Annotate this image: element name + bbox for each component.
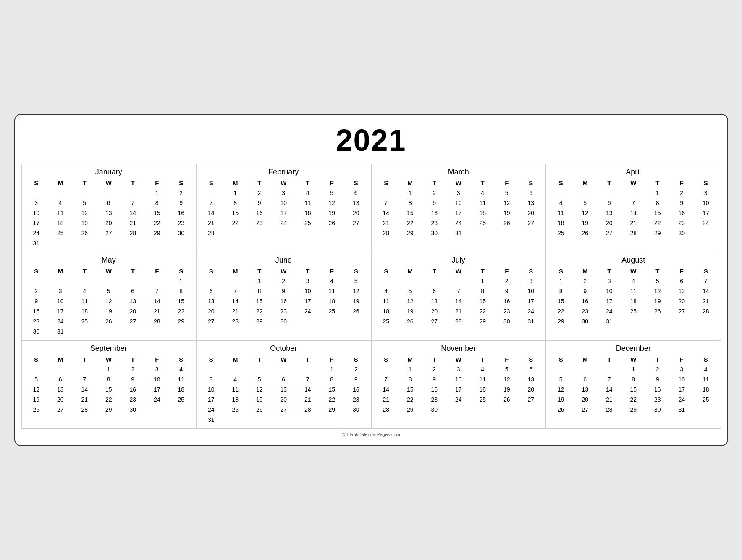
day-cell: 25 — [694, 394, 718, 405]
day-header: S — [519, 266, 543, 276]
day-cell: 13 — [597, 208, 621, 218]
table-row: 123 — [374, 276, 543, 286]
months-grid: JanuarySMTWTFS12345678910111213141516171… — [21, 164, 721, 429]
day-cell: 12 — [398, 296, 422, 306]
day-cell: 18 — [471, 208, 495, 218]
day-header: T — [296, 178, 320, 188]
day-cell — [621, 188, 646, 198]
day-cell: 12 — [573, 208, 598, 218]
month-block-may: MaySMTWTFS123456789101112131415161718192… — [21, 252, 197, 340]
day-cell — [694, 228, 718, 238]
day-cell: 2 — [344, 364, 368, 374]
day-cell: 5 — [320, 188, 344, 198]
day-cell: 3 — [48, 286, 73, 296]
day-header: W — [97, 266, 121, 276]
day-cell: 23 — [121, 394, 145, 405]
day-cell: 22 — [549, 306, 573, 316]
day-header: F — [495, 355, 519, 364]
day-cell: 4 — [223, 374, 248, 384]
day-header: T — [597, 178, 621, 188]
day-cell: 13 — [670, 286, 694, 296]
day-cell — [549, 364, 573, 374]
day-cell — [374, 188, 399, 198]
day-cell: 4 — [169, 364, 194, 374]
table-row: 2345678 — [24, 286, 194, 296]
day-cell: 5 — [573, 198, 598, 208]
day-cell: 22 — [398, 394, 422, 405]
day-header: T — [645, 355, 670, 364]
table-row: 567891011 — [24, 374, 194, 384]
month-name: February — [199, 168, 368, 176]
day-cell — [320, 415, 344, 425]
day-cell: 19 — [495, 384, 519, 394]
day-cell: 11 — [223, 384, 248, 394]
day-cell: 13 — [519, 374, 543, 384]
day-cell: 20 — [519, 208, 543, 218]
day-cell — [495, 405, 519, 415]
day-cell: 3 — [446, 364, 471, 374]
day-cell: 13 — [121, 296, 145, 306]
day-cell: 28 — [694, 306, 718, 316]
day-cell: 28 — [621, 228, 646, 238]
day-cell: 22 — [223, 218, 248, 228]
day-cell: 4 — [73, 286, 97, 296]
day-cell: 9 — [422, 198, 447, 208]
day-cell: 26 — [247, 405, 272, 415]
day-cell — [24, 364, 49, 374]
day-cell: 9 — [24, 296, 49, 306]
month-table: SMTWTFS123456789101112131415161718192021… — [24, 266, 194, 337]
month-table: SMTWTFS123456789101112131415161718192021… — [24, 355, 194, 415]
table-row: 12 — [199, 364, 368, 374]
day-cell: 19 — [73, 218, 97, 228]
day-header: F — [145, 355, 169, 364]
day-cell: 12 — [344, 286, 368, 296]
day-cell: 23 — [670, 218, 694, 228]
day-cell: 22 — [398, 218, 422, 228]
day-cell: 1 — [471, 276, 495, 286]
day-cell: 17 — [446, 208, 471, 218]
day-header: T — [247, 178, 272, 188]
day-cell: 4 — [296, 188, 320, 198]
day-cell: 2 — [495, 276, 519, 286]
day-header: F — [145, 266, 169, 276]
day-cell: 4 — [621, 276, 646, 286]
day-cell: 18 — [471, 384, 495, 394]
day-cell — [573, 364, 598, 374]
table-row: 17181920212223 — [24, 218, 194, 228]
day-cell: 15 — [145, 208, 169, 218]
day-cell: 11 — [471, 198, 495, 208]
day-cell: 14 — [296, 384, 320, 394]
day-header: T — [121, 178, 145, 188]
day-cell: 6 — [272, 374, 296, 384]
day-cell: 1 — [97, 364, 121, 374]
day-cell: 30 — [169, 228, 194, 238]
month-block-april: AprilSMTWTFS1234567891011121314151617181… — [546, 164, 721, 252]
day-header: T — [645, 178, 670, 188]
day-cell: 7 — [223, 286, 248, 296]
day-header: T — [73, 355, 97, 364]
day-cell: 11 — [621, 286, 646, 296]
day-cell: 2 — [573, 276, 598, 286]
day-cell: 31 — [199, 415, 223, 425]
day-cell: 26 — [73, 228, 97, 238]
month-name: June — [199, 256, 368, 265]
day-cell: 26 — [549, 405, 573, 415]
table-row: 20212223242526 — [199, 306, 368, 316]
day-cell — [446, 276, 471, 286]
day-cell: 24 — [446, 218, 471, 228]
day-cell: 7 — [296, 374, 320, 384]
day-cell: 31 — [519, 316, 543, 326]
month-block-october: OctoberSMTWTFS12345678910111213141516171… — [196, 340, 371, 429]
day-cell: 18 — [320, 296, 344, 306]
day-cell: 8 — [223, 198, 248, 208]
day-cell: 5 — [645, 276, 670, 286]
day-cell: 6 — [344, 188, 368, 198]
day-cell: 7 — [446, 286, 471, 296]
day-header: S — [24, 178, 49, 188]
month-block-september: SeptemberSMTWTFS123456789101112131415161… — [21, 340, 197, 429]
day-header: T — [121, 266, 145, 276]
day-cell: 29 — [621, 405, 646, 415]
day-cell — [645, 316, 670, 326]
day-cell: 7 — [73, 374, 97, 384]
day-header: W — [621, 178, 646, 188]
